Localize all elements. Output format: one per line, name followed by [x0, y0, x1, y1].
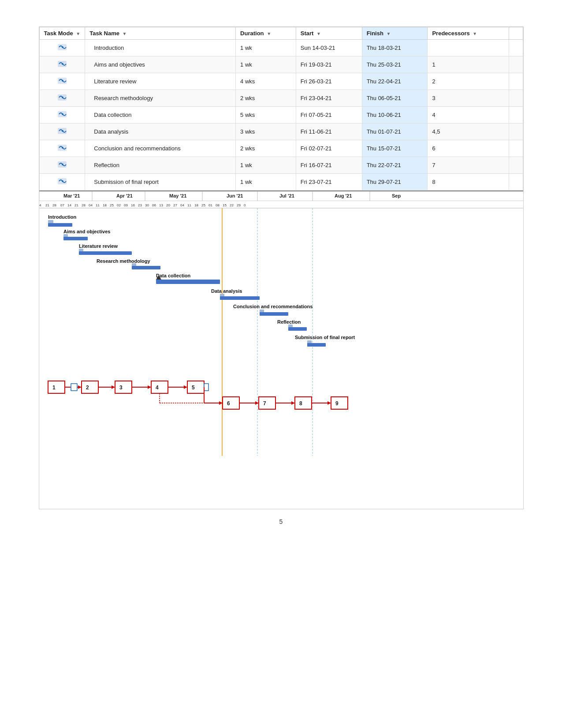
svg-text:2: 2: [86, 385, 89, 391]
svg-text:18: 18: [194, 203, 198, 207]
task-extra-cell: [509, 73, 523, 90]
table-row: Aims and objectives1 wkFri 19-03-21Thu 2…: [39, 56, 523, 73]
task-mode-cell: [39, 107, 85, 123]
svg-rect-95: [48, 381, 65, 393]
header-extra: [509, 27, 523, 40]
svg-text:Jul '21: Jul '21: [279, 193, 294, 198]
task-finish-cell: Thu 01-07-21: [362, 123, 428, 140]
task-mode-cell: [39, 56, 85, 73]
svg-text:9: 9: [335, 400, 339, 407]
task-name-cell: Aims and objectives: [85, 56, 236, 73]
task-finish-cell: Thu 25-03-21: [362, 56, 428, 73]
svg-text:07: 07: [60, 203, 64, 207]
task-name-cell: Conclusion and recommendations: [85, 140, 236, 157]
svg-text:Data collection: Data collection: [156, 273, 191, 278]
task-predecessors-cell: [428, 40, 509, 56]
task-duration-cell: 1 wk: [236, 174, 296, 190]
task-start-cell: Sun 14-03-21: [296, 40, 362, 56]
task-duration-cell: 1 wk: [236, 40, 296, 56]
task-mode-cell: [39, 140, 85, 157]
task-extra-cell: [509, 90, 523, 107]
task-start-cell: Fri 16-07-21: [296, 157, 362, 174]
task-name-cell: Introduction: [85, 40, 236, 56]
task-finish-cell: Thu 15-07-21: [362, 140, 428, 157]
svg-rect-76: [79, 251, 132, 255]
svg-text:30: 30: [145, 203, 149, 207]
task-mode-icon: [57, 177, 67, 185]
task-mode-icon: [57, 43, 67, 51]
svg-marker-129: [328, 401, 331, 405]
header-duration[interactable]: Duration ▼: [236, 27, 296, 40]
svg-point-13: [62, 147, 63, 149]
svg-text:27: 27: [173, 203, 177, 207]
task-extra-cell: [509, 40, 523, 56]
svg-text:1: 1: [52, 385, 56, 391]
task-finish-cell: Thu 22-07-21: [362, 157, 428, 174]
svg-rect-112: [187, 381, 204, 393]
svg-text:Data analysis: Data analysis: [211, 288, 242, 294]
task-mode-cell: [39, 90, 85, 107]
svg-text:6: 6: [227, 400, 230, 407]
svg-rect-82: [156, 280, 220, 284]
svg-text:29: 29: [237, 203, 241, 207]
task-name-cell: Reflection: [85, 157, 236, 174]
task-duration-cell: 5 wks: [236, 107, 296, 123]
task-predecessors-cell: 1: [428, 56, 509, 73]
task-duration-cell: 1 wk: [236, 157, 296, 174]
svg-text:14: 14: [67, 203, 71, 207]
task-mode-icon: [57, 127, 67, 135]
task-extra-cell: [509, 174, 523, 190]
main-container: Task Mode ▼ Task Name ▼ Duration ▼ Start…: [39, 26, 524, 509]
svg-rect-79: [132, 266, 160, 269]
task-finish-cell: Thu 06-05-21: [362, 90, 428, 107]
table-row: Introduction1 wkSun 14-03-21Thu 18-03-21: [39, 40, 523, 56]
svg-text:Introduction: Introduction: [48, 214, 76, 220]
header-start[interactable]: Start ▼: [296, 27, 362, 40]
table-row: Data analysis3 wksFri 11-06-21Thu 01-07-…: [39, 123, 523, 140]
svg-text:Research methodology: Research methodology: [97, 258, 151, 264]
svg-marker-125: [291, 401, 295, 405]
table-row: Research methodology2 wksFri 23-04-21Thu…: [39, 90, 523, 107]
svg-rect-118: [223, 397, 239, 409]
svg-text:0: 0: [244, 203, 246, 207]
svg-rect-130: [331, 397, 348, 409]
task-extra-cell: [509, 157, 523, 174]
svg-text:11: 11: [96, 203, 100, 207]
svg-text:21: 21: [45, 203, 49, 207]
task-predecessors-cell: 4,5: [428, 123, 509, 140]
svg-point-9: [62, 113, 63, 115]
table-row: Reflection1 wkFri 16-07-21Thu 22-07-217: [39, 157, 523, 174]
svg-text:Sep: Sep: [392, 193, 401, 198]
svg-text:7: 7: [263, 400, 266, 407]
svg-point-15: [62, 164, 63, 165]
task-name-cell: Data analysis: [85, 123, 236, 140]
task-predecessors-cell: 6: [428, 140, 509, 157]
task-mode-icon: [57, 60, 67, 68]
task-start-cell: Fri 19-03-21: [296, 56, 362, 73]
task-predecessors-cell: 4: [428, 107, 509, 123]
svg-rect-114: [204, 384, 208, 391]
task-table: Task Mode ▼ Task Name ▼ Duration ▼ Start…: [39, 27, 523, 190]
svg-text:Aims and objectives: Aims and objectives: [63, 229, 110, 234]
task-duration-cell: 2 wks: [236, 140, 296, 157]
svg-rect-94: [307, 343, 326, 347]
svg-point-11: [62, 130, 63, 132]
table-row: Data collection5 wksFri 07-05-21Thu 10-0…: [39, 107, 523, 123]
task-mode-icon: [57, 110, 67, 118]
header-predecessors[interactable]: Predecessors ▼: [428, 27, 509, 40]
svg-rect-122: [259, 397, 275, 409]
gantt-svg-container: Mar '21 Apr '21 May '21 Jun '21 Jul '21 …: [39, 191, 523, 509]
svg-text:16: 16: [131, 203, 135, 207]
svg-text:23: 23: [138, 203, 142, 207]
svg-text:18: 18: [103, 203, 107, 207]
svg-text:Literature review: Literature review: [79, 243, 118, 249]
header-finish[interactable]: Finish ▼: [362, 27, 428, 40]
task-predecessors-cell: 8: [428, 174, 509, 190]
svg-text:21: 21: [74, 203, 78, 207]
task-finish-cell: Thu 29-07-21: [362, 174, 428, 190]
svg-text:25: 25: [201, 203, 205, 207]
task-finish-cell: Thu 22-04-21: [362, 73, 428, 90]
task-start-cell: Fri 23-07-21: [296, 174, 362, 190]
header-task-mode[interactable]: Task Mode ▼: [39, 27, 85, 40]
header-task-name[interactable]: Task Name ▼: [85, 27, 236, 40]
